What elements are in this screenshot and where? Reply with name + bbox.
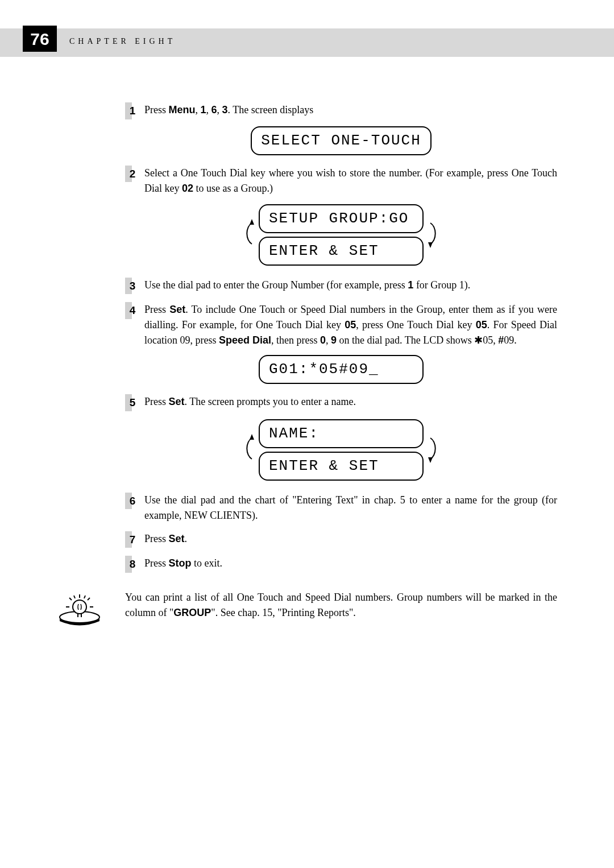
step-number: 4 xyxy=(125,302,140,319)
svg-line-8 xyxy=(88,598,90,600)
step-3: 3 Use the dial pad to enter the Group Nu… xyxy=(125,278,557,295)
cycle-arrow-right-icon xyxy=(424,418,445,482)
lightbulb-icon xyxy=(57,590,102,634)
step-number: 3 xyxy=(125,278,140,295)
lcd-text: SELECT ONE-TOUCH xyxy=(251,126,432,155)
cycle-arrow-right-icon xyxy=(424,203,445,267)
step-text: Select a One Touch Dial key where you wi… xyxy=(144,166,557,196)
step-text: Press Menu, 1, 6, 3. The screen displays xyxy=(144,102,557,118)
chapter-title: CHAPTER EIGHT xyxy=(69,35,176,47)
lcd-display-4: NAME: ENTER & SET xyxy=(125,418,557,482)
lcd-text: NAME: xyxy=(259,419,424,448)
tip-note: You can print a list of all One Touch an… xyxy=(57,590,557,634)
lcd-display-1: SELECT ONE-TOUCH xyxy=(125,126,557,155)
step-number: 8 xyxy=(125,556,140,573)
step-number: 1 xyxy=(125,102,140,119)
lcd-text: ENTER & SET xyxy=(259,237,424,266)
svg-marker-2 xyxy=(250,434,254,440)
lcd-text: ENTER & SET xyxy=(259,452,424,481)
svg-line-7 xyxy=(69,598,72,600)
step-5: 5 Press Set. The screen prompts you to e… xyxy=(125,394,557,411)
cycle-arrow-left-icon xyxy=(237,203,259,267)
lcd-stack: SETUP GROUP:GO ENTER & SET xyxy=(259,204,424,266)
step-number: 5 xyxy=(125,394,140,411)
svg-marker-0 xyxy=(250,219,254,225)
main-content: 1 Press Menu, 1, 6, 3. The screen displa… xyxy=(125,102,557,634)
step-text: Use the dial pad and the chart of "Enter… xyxy=(144,493,557,523)
step-6: 6 Use the dial pad and the chart of "Ent… xyxy=(125,493,557,523)
step-text: Press Stop to exit. xyxy=(144,556,557,571)
step-8: 8 Press Stop to exit. xyxy=(125,556,557,573)
svg-line-11 xyxy=(74,596,75,598)
step-text: Press Set. To include One Touch or Speed… xyxy=(144,302,557,348)
cycle-arrow-left-icon xyxy=(237,418,259,482)
lcd-text: G01:*05#09_ xyxy=(259,355,424,384)
lcd-display-3: G01:*05#09_ xyxy=(125,355,557,384)
step-text: Press Set. xyxy=(144,531,557,547)
step-4: 4 Press Set. To include One Touch or Spe… xyxy=(125,302,557,348)
step-number: 7 xyxy=(125,531,140,548)
step-number: 6 xyxy=(125,493,140,510)
lcd-text: SETUP GROUP:GO xyxy=(259,204,424,233)
page-header: 76 CHAPTER EIGHT xyxy=(0,28,614,57)
svg-line-12 xyxy=(84,596,85,598)
step-1: 1 Press Menu, 1, 6, 3. The screen displa… xyxy=(125,102,557,119)
svg-point-5 xyxy=(73,600,86,614)
step-2: 2 Select a One Touch Dial key where you … xyxy=(125,166,557,196)
step-7: 7 Press Set. xyxy=(125,531,557,548)
tip-text: You can print a list of all One Touch an… xyxy=(125,590,557,634)
step-text: Use the dial pad to enter the Group Numb… xyxy=(144,278,557,293)
lcd-display-2: SETUP GROUP:GO ENTER & SET xyxy=(125,203,557,267)
step-text: Press Set. The screen prompts you to ent… xyxy=(144,394,557,410)
svg-marker-1 xyxy=(428,242,433,248)
lcd-stack: NAME: ENTER & SET xyxy=(259,419,424,481)
page-number: 76 xyxy=(23,26,57,52)
step-number: 2 xyxy=(125,166,140,183)
svg-marker-3 xyxy=(428,457,433,463)
